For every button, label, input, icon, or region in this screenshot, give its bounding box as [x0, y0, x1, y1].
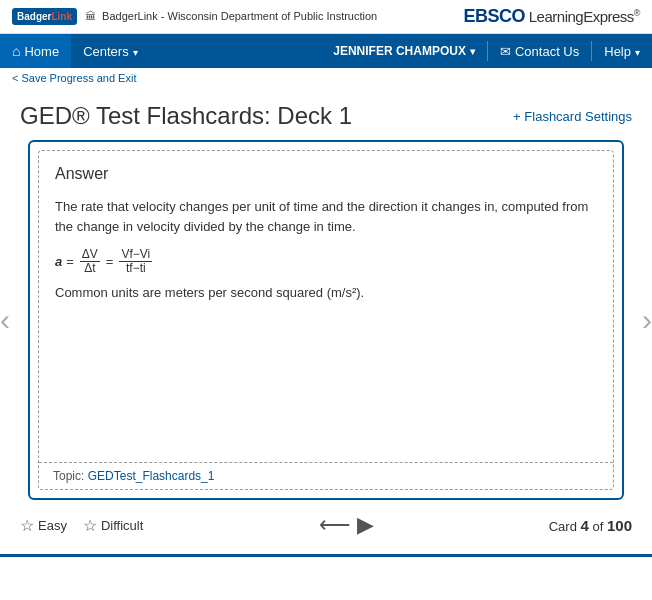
formula-equals-1: =	[66, 254, 74, 269]
badger-logo[interactable]: BadgerLink	[12, 8, 77, 25]
answer-label: Answer	[55, 165, 597, 183]
fraction-numerator-2: Vf−Vi	[119, 248, 152, 262]
nav-right: JENNIFER CHAMPOUX ✉ Contact Us Help	[321, 34, 652, 68]
badger-badge: BadgerLink	[12, 8, 77, 25]
rating-area: ☆ Easy ☆ Difficult	[20, 516, 143, 535]
page-title: GED® Test Flashcards: Deck 1	[20, 102, 352, 130]
next-card-arrow[interactable]: ›	[632, 293, 652, 347]
card-current: 4	[581, 517, 589, 534]
flashcard-content: Answer The rate that velocity changes pe…	[39, 151, 613, 462]
nav-home[interactable]: ⌂ Home	[0, 34, 71, 68]
formula-fraction-2: Vf−Vi tf−ti	[119, 248, 152, 275]
mail-icon: ✉	[500, 44, 511, 59]
fraction-numerator-1: ΔV	[80, 248, 100, 262]
card-total: 100	[607, 517, 632, 534]
building-icon: 🏛	[85, 10, 96, 22]
formula-fraction-1: ΔV Δt	[80, 248, 100, 275]
formula-line: a = ΔV Δt = Vf−Vi tf−ti	[55, 248, 597, 275]
chevron-down-icon	[635, 44, 640, 59]
flashcard-inner: Answer The rate that velocity changes pe…	[38, 150, 614, 490]
dept-text: 🏛 BadgerLink - Wisconsin Department of P…	[85, 9, 377, 23]
flashcard-footer: Topic: GEDTest_Flashcards_1	[39, 462, 613, 489]
easy-rating[interactable]: ☆ Easy	[20, 516, 67, 535]
ebsco-logo: EBSCO LearningExpress®	[464, 6, 640, 27]
flashcard-settings-link[interactable]: Flashcard Settings	[513, 109, 632, 124]
star-icon-easy: ☆	[20, 516, 34, 535]
formula-equals-2: =	[106, 254, 114, 269]
units-text: Common units are meters per second squar…	[55, 285, 597, 300]
nav-centers[interactable]: Centers	[71, 34, 150, 68]
nav-contact[interactable]: ✉ Contact Us	[488, 34, 591, 68]
chevron-down-icon	[470, 44, 475, 58]
top-header: BadgerLink 🏛 BadgerLink - Wisconsin Depa…	[0, 0, 652, 34]
fraction-denominator-2: tf−ti	[124, 262, 148, 275]
difficult-rating[interactable]: ☆ Difficult	[83, 516, 143, 535]
flashcard-nav-area: ‹ Answer The rate that velocity changes …	[0, 140, 652, 500]
prev-card-arrow[interactable]: ‹	[0, 293, 20, 347]
flip-back-icon[interactable]: ⟵	[319, 512, 351, 538]
flip-area: ⟵ ▶	[319, 512, 374, 538]
formula-variable: a	[55, 254, 62, 269]
flip-forward-icon[interactable]: ▶	[357, 512, 374, 538]
answer-text: The rate that velocity changes per unit …	[55, 197, 597, 236]
star-icon-difficult: ☆	[83, 516, 97, 535]
header-left: BadgerLink 🏛 BadgerLink - Wisconsin Depa…	[12, 8, 377, 25]
card-count: Card 4 of 100	[549, 517, 632, 534]
topic-link[interactable]: GEDTest_Flashcards_1	[88, 469, 215, 483]
home-icon: ⌂	[12, 43, 20, 59]
nav-user[interactable]: JENNIFER CHAMPOUX	[321, 34, 487, 68]
save-progress-link[interactable]: Save Progress and Exit	[0, 68, 652, 88]
nav-help[interactable]: Help	[592, 34, 652, 68]
bottom-line	[0, 554, 652, 557]
nav-bar: ⌂ Home Centers JENNIFER CHAMPOUX ✉ Conta…	[0, 34, 652, 68]
flashcard: Answer The rate that velocity changes pe…	[28, 140, 624, 500]
bottom-controls: ☆ Easy ☆ Difficult ⟵ ▶ Card 4 of 100	[0, 500, 652, 550]
fraction-denominator-1: Δt	[82, 262, 97, 275]
chevron-down-icon	[133, 44, 138, 59]
page-title-area: GED® Test Flashcards: Deck 1 Flashcard S…	[0, 88, 652, 140]
